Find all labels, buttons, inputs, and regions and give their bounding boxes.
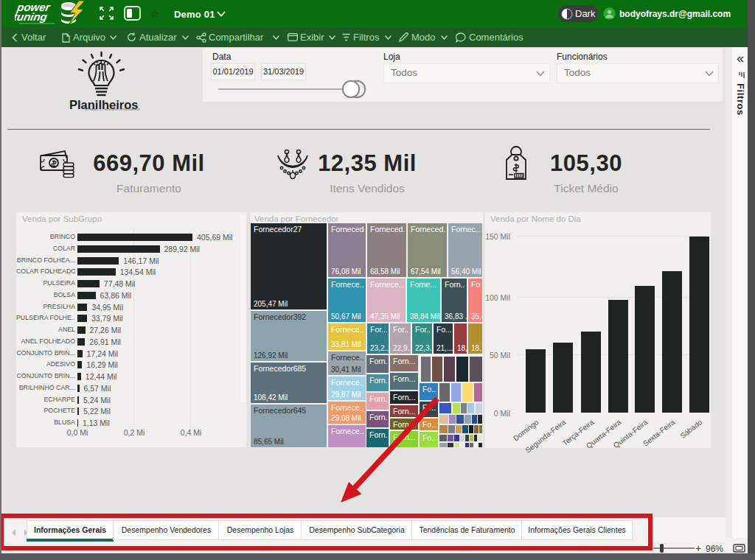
svg-text:tuning: tuning — [15, 10, 48, 23]
